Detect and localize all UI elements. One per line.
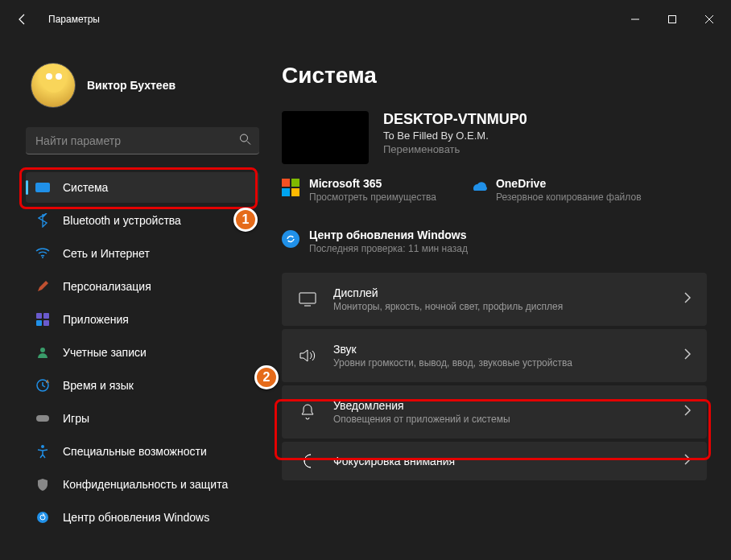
nav-accounts[interactable]: Учетные записи	[26, 337, 259, 368]
accessibility-icon	[35, 444, 50, 459]
nav-label: Сеть и Интернет	[63, 247, 150, 260]
svg-point-2	[42, 257, 43, 258]
wifi-icon	[35, 246, 50, 261]
nav-time[interactable]: А Время и язык	[26, 370, 259, 401]
gamepad-icon	[35, 411, 50, 426]
nav-privacy[interactable]: Конфиденциальность и защита	[26, 469, 259, 500]
nav-personalization[interactable]: Персонализация	[26, 271, 259, 302]
windows-update-block[interactable]: Центр обновления Windows Последняя прове…	[282, 229, 707, 256]
nav-label: Персонализация	[63, 280, 151, 293]
window-controls	[617, 6, 728, 32]
chevron-right-icon	[684, 405, 691, 419]
nav-system[interactable]: Система	[26, 172, 259, 203]
update-sub: Последняя проверка: 11 мин назад	[309, 243, 468, 256]
pc-thumbnail	[282, 111, 369, 164]
service-sub: Просмотреть преимущества	[309, 191, 436, 204]
card-title: Фокусировка внимания	[333, 455, 668, 467]
search-input[interactable]	[26, 127, 259, 154]
nav-label: Специальные возможности	[63, 445, 207, 458]
shield-icon	[35, 477, 50, 492]
avatar	[31, 63, 76, 108]
pc-name: DESKTOP-VTNMUP0	[383, 111, 527, 128]
nav: Система Bluetooth и устройства Сеть и Ин…	[26, 172, 259, 533]
nav-gaming[interactable]: Игры	[26, 403, 259, 434]
card-notifications[interactable]: Уведомления Оповещения от приложений и с…	[282, 385, 707, 439]
maximize-button[interactable]	[654, 6, 691, 32]
service-title: Microsoft 365	[309, 177, 436, 190]
card-sub: Уровни громкости, вывод, ввод, звуковые …	[333, 357, 668, 369]
m365-icon	[282, 179, 299, 196]
display-icon	[298, 292, 317, 307]
arrow-left-icon	[16, 13, 29, 26]
search	[26, 127, 259, 154]
back-button[interactable]	[6, 3, 39, 35]
onedrive-icon	[469, 179, 486, 196]
person-icon	[35, 345, 50, 360]
card-sub: Мониторы, яркость, ночной свет, профиль …	[333, 301, 668, 312]
nav-label: Конфиденциальность и защита	[63, 478, 228, 491]
user-block[interactable]: Виктор Бухтеев	[26, 63, 259, 108]
nav-accessibility[interactable]: Специальные возможности	[26, 436, 259, 467]
card-sound[interactable]: Звук Уровни громкости, вывод, ввод, звук…	[282, 329, 707, 382]
card-title: Звук	[333, 343, 668, 356]
pc-model: To Be Filled By O.E.M.	[383, 130, 527, 142]
nav-bluetooth[interactable]: Bluetooth и устройства	[26, 205, 259, 236]
card-focus[interactable]: Фокусировка внимания	[282, 442, 707, 480]
svg-rect-9	[299, 293, 316, 303]
sidebar: Виктор Бухтеев Система Bluetooth и устро…	[26, 39, 259, 560]
nav-label: Учетные записи	[63, 346, 147, 359]
svg-rect-6	[36, 415, 49, 422]
rename-pc-link[interactable]: Переименовать	[383, 143, 527, 155]
window-title: Параметры	[48, 14, 100, 25]
svg-rect-0	[669, 16, 676, 23]
system-icon	[35, 180, 50, 195]
service-m365[interactable]: Microsoft 365 Просмотреть преимущества	[282, 177, 436, 204]
clock-icon: А	[35, 378, 50, 393]
update-icon	[35, 510, 50, 525]
settings-cards: Дисплей Мониторы, яркость, ночной свет, …	[282, 273, 707, 480]
pc-block: DESKTOP-VTNMUP0 To Be Filled By O.E.M. П…	[282, 111, 707, 164]
brush-icon	[35, 279, 50, 294]
chevron-right-icon	[684, 454, 691, 468]
search-icon	[239, 134, 251, 149]
apps-icon	[35, 312, 50, 327]
nav-label: Bluetooth и устройства	[63, 214, 181, 227]
nav-label: Система	[63, 181, 108, 194]
nav-windows-update[interactable]: Центр обновления Windows	[26, 502, 259, 533]
nav-label: Центр обновления Windows	[63, 511, 209, 524]
user-name: Виктор Бухтеев	[87, 79, 176, 92]
card-title: Дисплей	[333, 286, 668, 299]
services-row: Microsoft 365 Просмотреть преимущества O…	[282, 177, 707, 204]
svg-text:А: А	[46, 379, 49, 384]
main: Система DESKTOP-VTNMUP0 To Be Filled By …	[259, 39, 723, 560]
service-onedrive[interactable]: OneDrive Резервное копирование файлов	[469, 177, 642, 204]
titlebar: Параметры	[0, 0, 731, 39]
svg-point-7	[41, 445, 44, 448]
card-title: Уведомления	[333, 399, 668, 412]
service-sub: Резервное копирование файлов	[496, 191, 642, 204]
moon-icon	[298, 453, 317, 469]
update-sync-icon	[282, 230, 299, 248]
card-display[interactable]: Дисплей Мониторы, яркость, ночной свет, …	[282, 273, 707, 326]
nav-apps[interactable]: Приложения	[26, 304, 259, 335]
nav-network[interactable]: Сеть и Интернет	[26, 238, 259, 269]
nav-label: Игры	[63, 412, 89, 425]
card-sub: Оповещения от приложений и системы	[333, 414, 668, 425]
close-button[interactable]	[691, 6, 728, 32]
bell-icon	[298, 403, 317, 421]
bluetooth-icon	[35, 213, 50, 228]
sound-icon	[298, 348, 317, 364]
svg-point-1	[241, 134, 248, 142]
svg-point-3	[40, 348, 45, 352]
chevron-right-icon	[684, 292, 691, 307]
nav-label: Приложения	[63, 313, 129, 326]
minimize-button[interactable]	[617, 6, 654, 32]
service-title: OneDrive	[496, 177, 642, 190]
page-title: Система	[282, 63, 707, 89]
nav-label: Время и язык	[63, 379, 134, 392]
chevron-right-icon	[684, 348, 691, 363]
update-title: Центр обновления Windows	[309, 229, 468, 241]
